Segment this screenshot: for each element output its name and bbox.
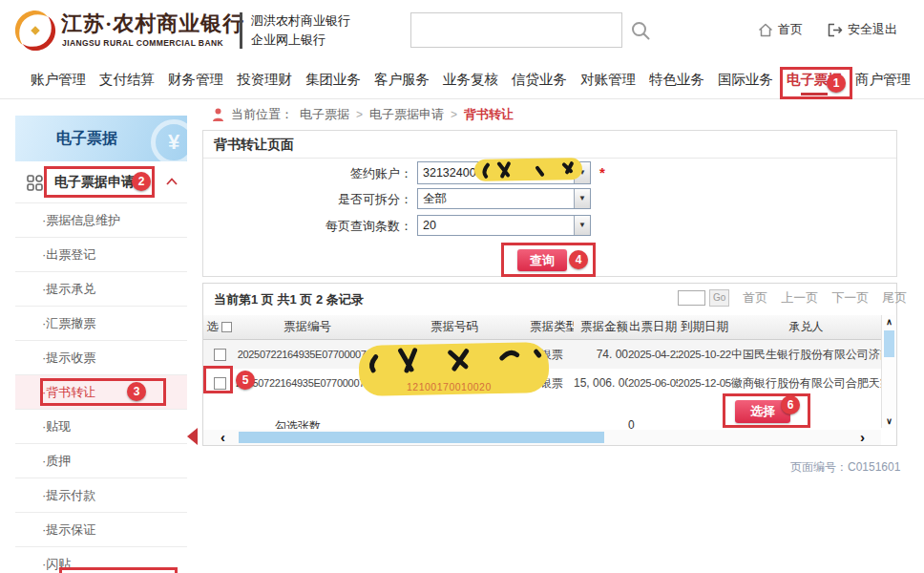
logout-icon	[828, 23, 843, 37]
nav-tab-customer-service[interactable]: 客户服务	[368, 61, 436, 98]
sidebar-item-prompt-pay[interactable]: ·提示付款	[15, 478, 187, 512]
scroll-left-icon[interactable]: ‹	[220, 429, 225, 445]
records-summary: 当前第1 页 共1 页 2 条记录	[214, 291, 364, 308]
table-horizontal-scrollbar[interactable]: ‹ ›	[203, 430, 881, 445]
issue-date-cell: 2025-04-22	[628, 349, 678, 360]
scroll-down-icon[interactable]: ∨	[882, 414, 896, 428]
panel-title: 背书转让页面	[214, 137, 294, 154]
nav-tab-payment[interactable]: 支付结算	[93, 61, 161, 98]
annotation-badge-1: 1	[827, 74, 846, 93]
nav-tab-reconciliation[interactable]: 对账管理	[574, 61, 642, 98]
select-all-checkbox[interactable]	[221, 322, 232, 332]
annotation-rect-3	[40, 378, 166, 406]
branch-title: 泗洪农村商业银行 企业网上银行	[251, 11, 350, 50]
sidebar-item-bill-info[interactable]: ·票据信息维护	[15, 202, 187, 237]
nav-tab-finance[interactable]: 财务管理	[161, 61, 230, 98]
nav-tab-credit[interactable]: 信贷业务	[505, 61, 574, 98]
annotation-badge-6: 6	[781, 395, 800, 414]
breadcrumb-separator: >	[451, 108, 457, 121]
nav-tab-merchant[interactable]: 商户管理	[849, 61, 917, 98]
row-select-cell	[203, 348, 236, 361]
logout-label: 安全退出	[848, 21, 897, 38]
sidebar-item-issue-register[interactable]: ·出票登记	[15, 237, 187, 271]
nav-tab-international[interactable]: 国际业务	[711, 61, 780, 98]
row1-checkbox[interactable]	[214, 349, 226, 361]
bank-name-english: JIANGSU RURAL COMMERCIAL BANK	[62, 38, 223, 48]
scroll-right-icon[interactable]: ›	[860, 429, 865, 445]
breadcrumb-prefix: 当前位置：	[231, 106, 293, 123]
sidebar-header: 电子票据 ¥	[15, 116, 187, 161]
sidebar-item-prompt-receive[interactable]: ·提示收票	[15, 340, 187, 374]
bill-no-cell: 20250722164935E07700007983	[236, 377, 379, 389]
sidebar-collapse-icon[interactable]	[187, 428, 198, 445]
location-person-icon	[212, 108, 224, 122]
col-bill-number: 票据号码	[379, 319, 530, 335]
col-bill-no: 票据编号	[236, 319, 379, 335]
col-due-date: 到期日期	[678, 319, 731, 335]
annotation-badge-4: 4	[569, 250, 588, 269]
redaction-scribble-account	[474, 158, 582, 181]
nav-tab-special[interactable]: 特色业务	[642, 61, 711, 98]
next-page-link[interactable]: 下一页	[831, 289, 869, 307]
page-size-value: 20	[423, 216, 590, 235]
required-asterisk: *	[599, 164, 605, 180]
logout-button[interactable]: 安全退出	[828, 21, 897, 38]
bill-no-cell: 20250722164935E0770000798	[236, 349, 379, 360]
dropdown-arrow-icon[interactable]: ▼	[574, 216, 590, 235]
annotation-badge-3: 3	[127, 382, 146, 401]
nav-tab-account[interactable]: 账户管理	[24, 61, 93, 98]
bill-amount-cell: 15, 006. 00	[574, 376, 628, 390]
pagination: Go 首页 上一页 下一页 尾页	[678, 289, 907, 307]
bill-amount-cell: 74. 00	[574, 348, 628, 361]
go-button[interactable]: Go	[709, 289, 729, 307]
breadcrumb-ebill[interactable]: 电子票据	[300, 106, 349, 123]
annotation-badge-2: 2	[132, 172, 151, 191]
breadcrumb-ebill-apply[interactable]: 电子票据申请	[369, 106, 444, 123]
sidebar-item-prompt-guarantee[interactable]: ·提示保证	[15, 512, 187, 546]
issue-date-cell: 2025-06-05	[628, 377, 678, 389]
checked-count-value: 0	[628, 418, 635, 429]
search-input[interactable]	[410, 12, 622, 48]
goto-page-input[interactable]	[678, 290, 705, 306]
coin-icon: ¥	[151, 119, 187, 161]
acceptor-cell: 中国民生银行股份有限公司济南分行	[731, 347, 881, 363]
splittable-label: 是否可拆分：	[207, 191, 412, 208]
horizontal-scroll-thumb[interactable]	[239, 432, 604, 443]
select-header-label: 选	[207, 319, 220, 335]
nav-tab-investment[interactable]: 投资理财	[230, 61, 299, 98]
page-size-select[interactable]: 20 ▼	[417, 215, 591, 236]
bank-name: 江苏·农村商业银行	[61, 10, 244, 38]
scroll-up-icon[interactable]: ∧	[882, 315, 896, 329]
col-bill-type: 票据类型	[530, 319, 574, 335]
breadcrumb-current: 背书转让	[464, 106, 514, 123]
first-page-link[interactable]: 首页	[743, 289, 767, 307]
dropdown-arrow-icon[interactable]: ▼	[574, 189, 590, 208]
col-acceptor: 承兑人	[731, 319, 881, 335]
sidebar-title: 电子票据	[15, 116, 158, 161]
page-code: 页面编号：C0151601	[790, 459, 900, 476]
last-page-link[interactable]: 尾页	[882, 289, 907, 307]
annotation-rect-5	[203, 366, 233, 393]
header-actions: 首页 安全退出	[758, 21, 897, 38]
splittable-select[interactable]: 全部 ▼	[417, 188, 591, 209]
prev-page-link[interactable]: 上一页	[781, 289, 818, 307]
banking-app-window: 江苏·农村商业银行 JIANGSU RURAL COMMERCIAL BANK …	[0, 0, 924, 573]
nav-tab-group[interactable]: 集团业务	[299, 61, 368, 98]
annotation-rect-cutoff	[59, 567, 178, 573]
col-issue-date: 出票日期	[628, 319, 678, 335]
search-icon[interactable]	[630, 20, 651, 41]
sidebar-item-prompt-accept[interactable]: ·提示承兑	[15, 271, 187, 306]
home-button[interactable]: 首页	[758, 21, 803, 38]
sidebar-item-discount[interactable]: ·贴现	[15, 409, 187, 443]
vertical-scroll-thumb[interactable]	[884, 330, 894, 357]
branch-line1: 泗洪农村商业银行	[251, 11, 350, 31]
sidebar-item-pledge[interactable]: ·质押	[15, 443, 187, 478]
breadcrumb: 当前位置： 电子票据 > 电子票据申请 > 背书转让	[212, 105, 514, 124]
header: 江苏·农村商业银行 JIANGSU RURAL COMMERCIAL BANK …	[0, 0, 924, 61]
due-date-cell: 2025-10-22	[678, 349, 731, 360]
sidebar-item-draft-withdraw[interactable]: ·汇票撤票	[15, 306, 187, 340]
nav-tab-review[interactable]: 业务复核	[436, 61, 505, 98]
chevron-up-icon[interactable]	[166, 178, 178, 185]
annotation-badge-5: 5	[236, 371, 255, 390]
table-vertical-scrollbar[interactable]: ∧ ∨	[881, 315, 895, 428]
